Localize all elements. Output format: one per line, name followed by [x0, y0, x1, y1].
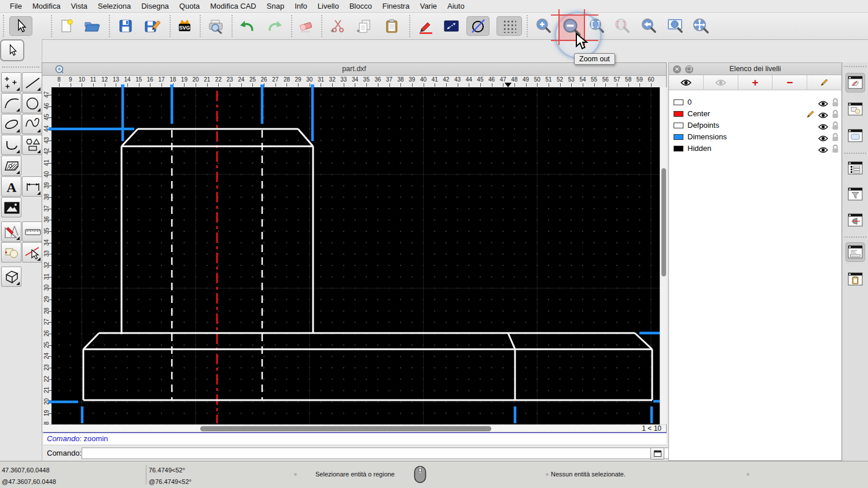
close-icon[interactable]: ✕ — [673, 65, 681, 73]
layer-color-swatch[interactable] — [674, 111, 683, 117]
blocks-panel-toggle[interactable] — [845, 99, 865, 119]
layer-row-dimensions[interactable]: Dimensions — [669, 131, 841, 143]
layer-visible-icon[interactable] — [818, 112, 828, 119]
selection-filter-panel-toggle[interactable] — [845, 184, 865, 204]
layer-lock-icon[interactable] — [832, 121, 839, 130]
layer-row-0[interactable]: 0 — [669, 97, 841, 108]
menu-item-disegna[interactable]: Disegna — [136, 0, 174, 13]
hide-all-layers-button[interactable] — [704, 75, 738, 90]
pen-tool-button[interactable] — [416, 16, 436, 36]
circle-tool-button[interactable] — [22, 93, 42, 113]
layer-color-swatch[interactable] — [674, 123, 683, 128]
modify-tool-button[interactable] — [1, 221, 21, 242]
horizontal-scrollbar-thumb[interactable] — [200, 426, 491, 431]
image-tool-button[interactable] — [1, 197, 21, 217]
menu-item-vista[interactable]: Vista — [65, 0, 93, 13]
drawing-canvas[interactable] — [52, 87, 660, 424]
command-line-panel-toggle[interactable] — [845, 242, 865, 262]
layer-color-swatch[interactable] — [674, 99, 683, 105]
copy-button[interactable]: + — [354, 16, 374, 36]
solid-3d-tool-button[interactable] — [1, 267, 21, 287]
save-button[interactable] — [116, 16, 135, 36]
layer-lock-icon[interactable] — [832, 110, 839, 119]
remove-layer-button[interactable]: − — [773, 75, 807, 90]
open-document-button[interactable] — [82, 16, 102, 36]
command-input[interactable] — [82, 448, 695, 459]
palette-handle[interactable] — [2, 66, 39, 68]
menu-item-varie[interactable]: Varie — [415, 0, 442, 13]
layer-visible-icon[interactable] — [818, 135, 828, 142]
palette-select-button[interactable] — [0, 39, 24, 61]
layers-panel-toggle[interactable] — [845, 73, 865, 93]
layer-visible-icon[interactable] — [818, 101, 828, 107]
undock-icon[interactable]: ❐ — [685, 65, 693, 73]
grid-toggle-button[interactable] — [496, 16, 522, 36]
redo-button[interactable] — [265, 16, 285, 36]
spline-tool-button[interactable] — [22, 114, 42, 134]
layer-visible-icon[interactable] — [818, 147, 828, 153]
layer-lock-icon[interactable] — [832, 133, 839, 142]
library-panel-toggle[interactable] — [845, 126, 865, 146]
layer-row-hidden[interactable]: Hidden — [669, 143, 841, 154]
zoom-in-button[interactable] — [534, 16, 553, 36]
layer-lock-icon[interactable] — [832, 98, 839, 107]
toolbar-handle[interactable] — [3, 15, 4, 37]
menu-item-info[interactable]: Info — [289, 0, 312, 13]
construction-mode-button[interactable] — [466, 16, 490, 36]
snap-selection-tool-button[interactable] — [22, 242, 42, 263]
entity-list-panel-toggle[interactable] — [845, 158, 865, 178]
vertical-scrollbar-thumb[interactable] — [661, 168, 666, 276]
arc-tool-button[interactable] — [1, 93, 21, 113]
select-tool-button[interactable] — [9, 16, 32, 36]
layer-row-defpoints[interactable]: Defpoints — [669, 120, 841, 131]
dimension-lines-layer[interactable] — [52, 87, 660, 423]
text-tool-button[interactable]: A — [1, 176, 21, 197]
command-options-button[interactable] — [650, 448, 664, 460]
save-as-button[interactable] — [142, 16, 162, 36]
menu-item-aiuto[interactable]: Aiuto — [442, 0, 470, 13]
menu-item-file[interactable]: File — [5, 0, 27, 13]
menu-item-seleziona[interactable]: Seleziona — [93, 0, 136, 13]
zoom-pan-button[interactable] — [691, 16, 711, 36]
grid-major-lines[interactable] — [52, 87, 660, 424]
zoom-window-button[interactable] — [665, 16, 685, 36]
layer-color-swatch[interactable] — [674, 134, 683, 140]
document-tabbar[interactable]: part.dxf — [42, 63, 666, 76]
points-tool-button[interactable] — [1, 72, 21, 93]
menu-item-snap[interactable]: Snap — [262, 0, 289, 13]
line-tool-button[interactable] — [22, 72, 42, 93]
new-document-button[interactable] — [57, 16, 76, 36]
clipboard-panel-toggle[interactable] — [845, 269, 865, 289]
layer-visible-icon[interactable] — [818, 124, 828, 130]
layer-color-swatch[interactable] — [674, 146, 683, 151]
paste-button[interactable] — [382, 16, 402, 36]
shapes-tool-button[interactable] — [22, 135, 42, 155]
distance-measure-button[interactable] — [442, 16, 461, 36]
zoom-previous-button[interactable] — [639, 16, 659, 36]
layer-lock-icon[interactable] — [832, 145, 839, 153]
ellipse-tool-button[interactable] — [1, 114, 21, 134]
outline-layer[interactable] — [83, 129, 652, 400]
menu-item-finestra[interactable]: Finestra — [377, 0, 415, 13]
edit-shapes-tool-button[interactable] — [1, 242, 21, 263]
layer-row-center[interactable]: Center — [669, 108, 841, 120]
dock-handle[interactable] — [844, 66, 866, 67]
menu-item-modifica-cad[interactable]: Modifica CAD — [205, 0, 261, 13]
delete-button[interactable] — [296, 16, 316, 36]
horizontal-scrollbar[interactable]: 1 < 10 — [42, 424, 666, 432]
measure-tool-button[interactable] — [22, 221, 42, 242]
view-panel-toggle[interactable] — [845, 210, 865, 230]
undo-button[interactable] — [237, 16, 257, 36]
print-preview-button[interactable] — [206, 16, 226, 36]
menu-item-quota[interactable]: Quota — [174, 0, 205, 13]
zoom-selection-button[interactable] — [612, 16, 632, 36]
svg-export-button[interactable]: SVG — [175, 16, 194, 36]
edit-layer-button[interactable] — [807, 75, 841, 90]
vertical-scrollbar[interactable] — [660, 87, 667, 424]
cut-button[interactable]: + — [328, 16, 347, 36]
add-layer-button[interactable]: + — [738, 75, 773, 90]
menu-item-livello[interactable]: Livello — [312, 0, 344, 13]
menu-item-blocco[interactable]: Blocco — [344, 0, 377, 13]
menu-item-modifica[interactable]: Modifica — [27, 0, 65, 13]
dimension-tool-button[interactable] — [22, 176, 42, 197]
